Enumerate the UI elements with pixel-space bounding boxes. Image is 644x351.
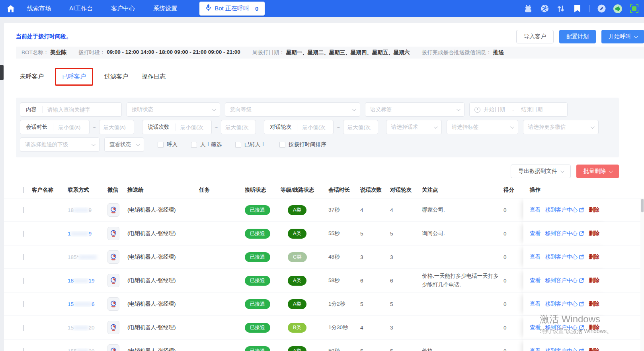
screenshot-icon[interactable] xyxy=(630,4,638,13)
action-move[interactable]: 移到客户中心 xyxy=(545,253,584,261)
left-drawer-handle[interactable] xyxy=(0,65,4,80)
phone-link[interactable]: 158888886 xyxy=(68,301,95,307)
dialog-rounds-cell: 3 xyxy=(390,254,422,260)
nav-item-leads[interactable]: 线索市场 xyxy=(27,5,51,12)
row-checkbox[interactable] xyxy=(23,254,24,260)
date-range-picker[interactable]: 开始日期 - 结束日期 xyxy=(469,102,568,117)
row-checkbox[interactable] xyxy=(23,348,24,351)
nav-item-ai-workbench[interactable]: AI工作台 xyxy=(69,5,93,12)
external-link-icon xyxy=(579,231,584,236)
action-view[interactable]: 查看 xyxy=(530,277,541,284)
action-move[interactable]: 移到客户中心 xyxy=(545,347,584,351)
phone-link[interactable]: 18888889 xyxy=(68,207,92,213)
checkbox-inbound[interactable]: 呼入 xyxy=(158,141,178,148)
robot-icon[interactable] xyxy=(524,4,533,13)
talk-count-min-input[interactable] xyxy=(176,120,211,134)
bookmark-icon[interactable] xyxy=(573,4,582,13)
score-cell: 0 xyxy=(503,207,523,213)
nav-item-system-settings[interactable]: 系统设置 xyxy=(153,5,177,12)
row-checkbox[interactable] xyxy=(23,278,24,284)
listen-status-badge: 已接通 xyxy=(245,229,270,239)
phone-link[interactable]: 188888819 xyxy=(68,278,95,284)
dialog-rounds-min-input[interactable] xyxy=(297,120,333,134)
tab-filtered-customers[interactable]: 过滤客户 xyxy=(104,73,128,80)
promo-icon[interactable] xyxy=(613,4,622,13)
script-select[interactable]: 请选择话术 xyxy=(386,120,442,134)
action-delete[interactable]: 删除 xyxy=(589,277,599,284)
semantic-tag-select[interactable]: 语义标签 xyxy=(365,102,464,117)
action-delete[interactable]: 删除 xyxy=(589,324,599,331)
view-status-select[interactable]: 查看状态 xyxy=(104,137,144,152)
configure-plan-button[interactable]: 配置计划 xyxy=(559,30,596,43)
action-view[interactable]: 查看 xyxy=(530,300,541,308)
checkbox-icon xyxy=(191,142,197,148)
tab-called-customers[interactable]: 已呼客户 xyxy=(62,73,86,80)
action-move[interactable]: 移到客户中心 xyxy=(545,206,584,214)
aperture-icon[interactable] xyxy=(540,4,549,13)
action-delete[interactable]: 删除 xyxy=(589,347,599,351)
row-checkbox[interactable] xyxy=(23,231,24,237)
more-wechat-select[interactable]: 请选择更多微信 xyxy=(523,120,599,134)
intent-level-select[interactable]: 意向等级 xyxy=(225,102,360,117)
wechat-app-icon[interactable] xyxy=(107,250,119,264)
action-delete[interactable]: 删除 xyxy=(589,206,599,214)
duration-min-input[interactable] xyxy=(53,120,89,134)
action-view[interactable]: 查看 xyxy=(530,206,541,214)
wechat-app-icon[interactable] xyxy=(107,203,119,217)
row-checkbox[interactable] xyxy=(23,207,24,213)
talk-count-cell: 4 xyxy=(360,325,390,331)
action-view[interactable]: 查看 xyxy=(530,347,541,351)
tag-select[interactable]: 请选择标签 xyxy=(447,120,518,134)
batch-delete-button[interactable]: 批量删除 xyxy=(576,165,619,178)
action-move[interactable]: 移到客户中心 xyxy=(545,277,584,284)
phone-link[interactable]: 158888820 xyxy=(68,325,95,331)
listen-status-select[interactable]: 接听状态 xyxy=(127,102,220,117)
row-checkbox[interactable] xyxy=(23,301,24,307)
col-focus: 关注点 xyxy=(422,186,503,194)
start-call-button[interactable]: 开始呼叫 xyxy=(601,30,644,43)
phone-link[interactable]: 185*888888 xyxy=(68,254,97,260)
export-data-button[interactable]: 导出数据到文件 xyxy=(511,165,571,178)
bot-calling-pill[interactable]: Bot 正在呼叫 0 xyxy=(199,2,265,16)
chevron-down-icon xyxy=(457,107,461,111)
keyword-input[interactable] xyxy=(43,103,121,116)
home-icon[interactable] xyxy=(6,5,16,12)
action-move[interactable]: 移到客户中心 xyxy=(545,300,584,308)
dialog-rounds-cell: 6 xyxy=(390,278,422,284)
phone-link[interactable]: 155888820 xyxy=(68,348,95,351)
sort-arrows-icon[interactable] xyxy=(556,4,565,13)
scrollbar-thumb[interactable] xyxy=(641,199,644,212)
dialog-rounds-max-input[interactable] xyxy=(343,120,378,134)
action-delete[interactable]: 删除 xyxy=(589,230,599,237)
masked-digits: 88888 xyxy=(74,207,89,213)
dialog-rounds-cell: 4 xyxy=(390,207,422,213)
action-delete[interactable]: 删除 xyxy=(589,253,599,261)
talk-count-max-input[interactable] xyxy=(221,120,256,134)
compass-icon[interactable] xyxy=(597,4,606,13)
nav-item-customer-center[interactable]: 客户中心 xyxy=(111,5,135,12)
action-view[interactable]: 查看 xyxy=(530,324,541,331)
checkbox-sort-by-dial-time[interactable]: 按拨打时间排序 xyxy=(279,141,326,148)
row-checkbox[interactable] xyxy=(23,325,24,331)
tab-operation-log[interactable]: 操作日志 xyxy=(142,73,166,80)
table-scrollbar[interactable] xyxy=(640,198,644,351)
import-customers-button[interactable]: 导入客户 xyxy=(516,30,554,43)
action-view[interactable]: 查看 xyxy=(530,230,541,237)
wechat-app-icon[interactable] xyxy=(107,227,119,240)
wechat-app-icon[interactable] xyxy=(107,344,119,351)
action-view[interactable]: 查看 xyxy=(530,253,541,261)
checkbox-manual-filter[interactable]: 人工筛选 xyxy=(191,141,222,148)
subordinate-select[interactable]: 请选择推送的下级 xyxy=(20,137,100,152)
phone-link[interactable]: 18888889 xyxy=(68,231,92,237)
select-all-checkbox[interactable] xyxy=(23,187,24,193)
wechat-app-icon[interactable] xyxy=(107,297,119,311)
wechat-app-icon[interactable] xyxy=(107,274,119,287)
checkbox-transferred[interactable]: 已转人工 xyxy=(235,141,266,148)
wechat-app-icon[interactable] xyxy=(107,321,119,334)
action-move[interactable]: 移到客户中心 xyxy=(545,230,584,237)
duration-cell: 55秒 xyxy=(328,230,360,237)
tab-uncalled-customers[interactable]: 未呼客户 xyxy=(20,73,44,80)
action-move[interactable]: 移到客户中心 xyxy=(545,324,584,331)
action-delete[interactable]: 删除 xyxy=(589,300,599,308)
duration-max-input[interactable] xyxy=(100,120,134,134)
